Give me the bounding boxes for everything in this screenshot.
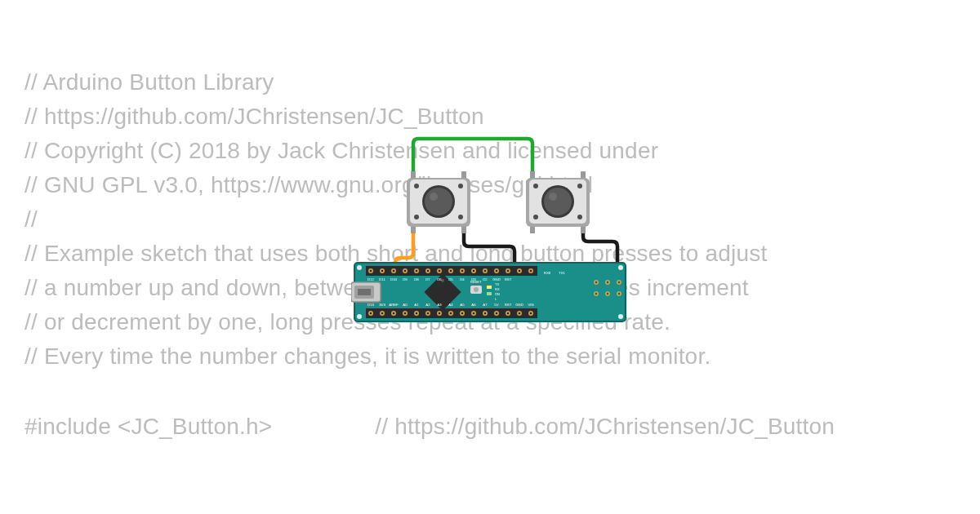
- source-code-comment: // Arduino Button Library // https://git…: [24, 65, 956, 444]
- code-line: // GNU GPL v3.0, https://www.gnu.org/lic…: [24, 168, 956, 202]
- include-directive: #include <JC_Button.h>: [24, 414, 272, 439]
- code-line: // Every time the number changes, it is …: [24, 339, 956, 374]
- code-line: // or decrement by one, long presses rep…: [24, 305, 956, 339]
- code-line: // https://github.com/JChristensen/JC_Bu…: [24, 100, 956, 134]
- comment-url: // https://github.com/JChristensen/JC_Bu…: [375, 414, 835, 439]
- code-line: //: [24, 202, 956, 237]
- code-line: #include <JC_Button.h> // https://github…: [24, 410, 956, 444]
- code-line: // Arduino Button Library: [24, 65, 956, 100]
- code-line: // a number up and down, between two lim…: [24, 271, 956, 305]
- code-line: // Copyright (C) 2018 by Jack Christense…: [24, 134, 956, 168]
- code-line: // Example sketch that uses both short a…: [24, 237, 956, 271]
